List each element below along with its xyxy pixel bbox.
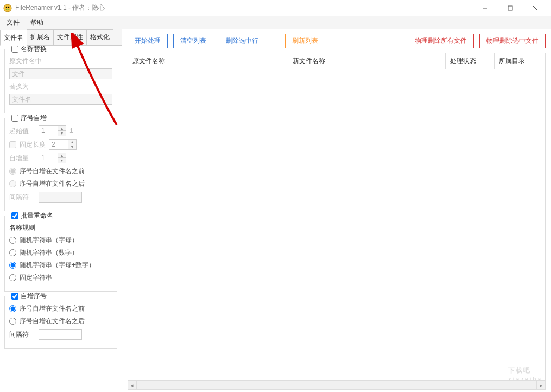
group-replace: 名称替换 原文件名中 替换为 <box>4 49 117 113</box>
incseq-after-radio[interactable] <box>9 318 16 325</box>
autoinc-sep-input[interactable] <box>39 192 82 203</box>
svg-point-1 <box>6 6 8 8</box>
batch-alpha-label: 随机字符串（字母） <box>20 236 78 245</box>
autoinc-after-label: 序号自增在文件名之后 <box>20 179 85 188</box>
autoinc-after-radio[interactable] <box>9 180 16 187</box>
right-panel: 开始处理 清空列表 删除选中行 刷新列表 物理删除所有文件 物理删除选中文件 原… <box>122 29 551 392</box>
tab-extension[interactable]: 扩展名 <box>27 29 54 45</box>
autoinc-before-radio[interactable] <box>9 168 16 175</box>
col-original[interactable]: 原文件名称 <box>128 53 288 69</box>
incseq-sep-input[interactable] <box>39 329 82 340</box>
step-label: 自增量 <box>9 154 35 163</box>
autoinc-sep-label: 间隔符 <box>9 193 35 202</box>
col-dir[interactable]: 所属目录 <box>495 53 546 69</box>
chevron-down-icon[interactable]: ▼ <box>58 158 66 163</box>
batch-digit-radio[interactable] <box>9 249 16 256</box>
group-batch: 批量重命名 名称规则 随机字符串（字母） 随机字符串（数字） 随机字符串（字母+… <box>4 216 117 292</box>
scroll-right-icon[interactable]: ▸ <box>536 381 546 390</box>
fixedlen-checkbox[interactable] <box>9 141 16 148</box>
incseq-sep-label: 间隔符 <box>9 330 35 339</box>
scroll-track[interactable] <box>137 381 536 390</box>
menu-file[interactable]: 文件 <box>7 18 20 27</box>
table-header: 原文件名称 新文件名称 处理状态 所属目录 <box>128 53 546 69</box>
group-incseq: 自增序号 序号自增在文件名之前 序号自增在文件名之后 间隔符 <box>4 296 117 349</box>
autoinc-checkbox[interactable] <box>11 115 18 122</box>
minimize-button[interactable] <box>473 0 498 16</box>
replace-to-input[interactable] <box>9 94 112 105</box>
toolbar: 开始处理 清空列表 删除选中行 刷新列表 物理删除所有文件 物理删除选中文件 <box>122 29 551 53</box>
tab-attributes[interactable]: 文件属性 <box>53 29 87 45</box>
replace-to-label: 替换为 <box>9 82 35 91</box>
chevron-up-icon[interactable]: ▲ <box>58 126 66 131</box>
maximize-button[interactable] <box>498 0 523 16</box>
tab-filename[interactable]: 文件名 <box>0 30 27 46</box>
incseq-legend: 自增序号 <box>21 292 47 301</box>
replace-from-input[interactable] <box>9 68 112 79</box>
window-title: FileRenamer v1.1 - 作者：隐心 <box>15 3 473 12</box>
batch-fixed-label: 固定字符串 <box>20 273 52 282</box>
delete-selected-button[interactable]: 删除选中行 <box>219 34 265 48</box>
col-new[interactable]: 新文件名称 <box>288 53 446 69</box>
fixedlen-spinner[interactable]: ▲▼ <box>49 139 77 150</box>
hard-delete-all-button[interactable]: 物理删除所有文件 <box>408 34 474 48</box>
chevron-up-icon[interactable]: ▲ <box>68 140 76 144</box>
left-content: 名称替换 原文件名中 替换为 序号自增 起始值 ▲▼ 1 <box>0 46 122 392</box>
app-icon <box>3 4 12 12</box>
start-label: 起始值 <box>9 127 35 136</box>
replace-legend: 名称替换 <box>21 46 47 54</box>
batch-alnum-radio[interactable] <box>9 262 16 269</box>
start-spinner[interactable]: ▲▼ <box>39 125 66 136</box>
close-button[interactable] <box>523 0 548 16</box>
batch-legend: 批量重命名 <box>21 211 53 220</box>
group-autoinc: 序号自增 起始值 ▲▼ 1 固定长度 ▲▼ 自增量 ▲▼ 序号自增在文件名之前 <box>4 118 117 211</box>
horizontal-scrollbar[interactable]: ◂ ▸ <box>128 381 546 390</box>
col-status[interactable]: 处理状态 <box>446 53 495 69</box>
scroll-left-icon[interactable]: ◂ <box>128 381 137 390</box>
incseq-before-label: 序号自增在文件名之前 <box>20 304 85 313</box>
incseq-checkbox[interactable] <box>11 293 18 300</box>
batch-fixed-radio[interactable] <box>9 274 16 281</box>
batch-rule-label: 名称规则 <box>9 223 35 232</box>
clear-button[interactable]: 清空列表 <box>173 34 213 48</box>
svg-point-2 <box>8 6 10 8</box>
table-body[interactable] <box>128 69 546 381</box>
hard-delete-selected-button[interactable]: 物理删除选中文件 <box>479 34 546 48</box>
chevron-down-icon[interactable]: ▼ <box>68 144 76 149</box>
titlebar: FileRenamer v1.1 - 作者：隐心 <box>0 0 551 16</box>
replace-checkbox[interactable] <box>11 46 18 53</box>
start-button[interactable]: 开始处理 <box>128 34 168 48</box>
left-panel: 文件名 扩展名 文件属性 格式化 名称替换 原文件名中 替换为 <box>0 29 122 392</box>
start-suffix: 1 <box>69 127 73 135</box>
replace-from-label: 原文件名中 <box>9 56 42 66</box>
step-spinner[interactable]: ▲▼ <box>39 153 66 163</box>
incseq-before-radio[interactable] <box>9 305 16 312</box>
autoinc-legend: 序号自增 <box>21 113 47 123</box>
autoinc-before-label: 序号自增在文件名之前 <box>20 167 85 176</box>
refresh-button[interactable]: 刷新列表 <box>285 34 325 48</box>
menubar: 文件 帮助 <box>0 16 551 29</box>
chevron-up-icon[interactable]: ▲ <box>58 153 66 158</box>
incseq-after-label: 序号自增在文件名之后 <box>20 317 85 326</box>
left-tabs: 文件名 扩展名 文件属性 格式化 <box>0 29 122 46</box>
tab-format[interactable]: 格式化 <box>86 29 113 45</box>
batch-alnum-label: 随机字符串（字母+数字） <box>20 261 95 270</box>
batch-digit-label: 随机字符串（数字） <box>20 248 78 257</box>
chevron-down-icon[interactable]: ▼ <box>58 131 66 136</box>
svg-rect-4 <box>508 6 512 10</box>
batch-checkbox[interactable] <box>11 212 18 219</box>
fixedlen-label: 固定长度 <box>20 140 46 149</box>
menu-help[interactable]: 帮助 <box>30 18 43 27</box>
svg-point-0 <box>4 4 11 12</box>
batch-alpha-radio[interactable] <box>9 237 16 244</box>
